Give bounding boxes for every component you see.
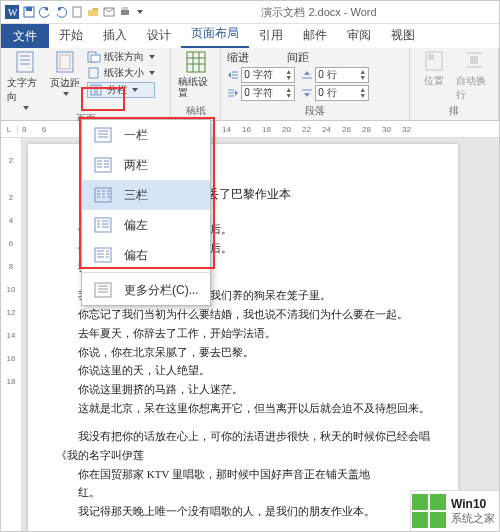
word-app-icon: W <box>5 5 19 19</box>
undo-icon[interactable] <box>39 6 51 18</box>
spinner-arrows-icon[interactable]: ▲▼ <box>285 87 292 99</box>
svg-rect-3 <box>26 7 32 11</box>
tab-design[interactable]: 设计 <box>137 23 181 48</box>
group-label-arrange: 排 <box>416 102 492 120</box>
ruler-tick: 30 <box>382 125 402 134</box>
columns-more[interactable]: 更多分栏(C)... <box>82 275 210 305</box>
quickprint-icon[interactable] <box>119 6 131 18</box>
indent-left-spinner[interactable]: 0 字符▲▼ <box>227 67 295 83</box>
email-icon[interactable] <box>103 6 115 18</box>
ruler-corner: L <box>1 125 18 134</box>
margins-icon <box>55 50 75 74</box>
save-icon[interactable] <box>23 6 35 18</box>
columns-two[interactable]: 两栏 <box>82 150 210 180</box>
chevron-down-icon <box>63 92 69 96</box>
ruler-tick: 28 <box>362 125 382 134</box>
chevron-down-icon <box>149 71 155 75</box>
doc-line: 你说，你在北京呆腻了，要去巴黎。 <box>56 343 430 362</box>
word-window: W 演示文档 2.docx - Word 文件 开始 插入 设计 页面布局 引用… <box>0 0 500 532</box>
spinner-arrows-icon[interactable]: ▲▼ <box>359 69 366 81</box>
windows-logo-icon <box>411 493 447 529</box>
space-after-spinner[interactable]: 0 行▲▼ <box>301 85 369 101</box>
columns-right-label: 偏右 <box>124 247 148 264</box>
chevron-down-icon <box>132 88 138 92</box>
spinner-arrows-icon[interactable]: ▲▼ <box>359 87 366 99</box>
svg-rect-8 <box>122 7 128 10</box>
title-bar: W 演示文档 2.docx - Word <box>1 1 499 24</box>
indent-right-spinner[interactable]: 0 字符▲▼ <box>227 85 295 101</box>
tab-layout[interactable]: 页面布局 <box>181 21 249 48</box>
group-page-setup: 文字方向 页边距 纸张方向 纸张大小 <box>1 48 171 120</box>
columns-left-label: 偏左 <box>124 217 148 234</box>
tab-insert[interactable]: 插入 <box>93 23 137 48</box>
svg-rect-4 <box>73 7 81 17</box>
ruler-tick: 10 <box>7 285 16 294</box>
doc-line: 去年夏天，你辞去了工作，开始学法语。 <box>56 324 430 343</box>
ribbon-tabs: 文件 开始 插入 设计 页面布局 引用 邮件 审阅 视图 <box>1 24 499 48</box>
tab-home[interactable]: 开始 <box>49 23 93 48</box>
orientation-label: 纸张方向 <box>104 50 144 64</box>
indent-left-value: 0 字符 <box>244 68 272 82</box>
papersize-icon <box>87 67 101 79</box>
ruler-tick: 2 <box>9 193 13 202</box>
tab-review[interactable]: 审阅 <box>337 23 381 48</box>
orientation-button[interactable]: 纸张方向 <box>87 50 155 64</box>
ruler-tick: 6 <box>9 239 13 248</box>
columns-left[interactable]: 偏左 <box>82 210 210 240</box>
columns-one-label: 一栏 <box>124 127 148 144</box>
ruler-vertical[interactable]: 224681012141618 <box>1 138 22 532</box>
gaozhi-button[interactable]: 稿纸设置 <box>178 50 214 98</box>
ruler-horizontal[interactable]: L 862468101214161820222426283032 <box>1 121 499 138</box>
ruler-tick: 32 <box>402 125 422 134</box>
columns-menu: 一栏 两栏 三栏 偏左 偏右 更多分栏(C)... <box>81 119 211 306</box>
svg-rect-14 <box>60 55 70 69</box>
indent-right-icon <box>227 88 239 98</box>
gaozhi-label: 稿纸设置 <box>178 76 214 98</box>
group-label-paragraph: 段落 <box>227 102 403 120</box>
tab-file[interactable]: 文件 <box>1 24 49 48</box>
tab-mail[interactable]: 邮件 <box>293 23 337 48</box>
group-label-gaozhi: 稿纸 <box>177 102 214 120</box>
doc-line: 你在国贸那家 KTV 里唱歌，那时候中国好声音正在铺天盖地 <box>56 465 430 484</box>
size-button[interactable]: 纸张大小 <box>87 66 155 80</box>
menu-separator <box>82 272 210 273</box>
margins-button[interactable]: 页边距 <box>47 50 83 96</box>
columns-three[interactable]: 三栏 <box>82 180 210 210</box>
tab-view[interactable]: 视图 <box>381 23 425 48</box>
redo-icon[interactable] <box>55 6 67 18</box>
svg-rect-66 <box>95 248 111 262</box>
position-button[interactable]: 位置 <box>416 50 452 88</box>
watermark-line2: 系统之家 <box>451 512 495 524</box>
text-direction-label: 文字方向 <box>7 76 43 104</box>
text-direction-icon <box>15 50 35 74</box>
space-before-value: 0 行 <box>318 68 336 82</box>
ruler-tick <box>62 125 82 134</box>
wrap-button[interactable]: 自动换行 <box>456 50 492 102</box>
svg-rect-18 <box>91 85 95 95</box>
ruler-tick: 12 <box>7 308 16 317</box>
indent-left-icon <box>227 70 239 80</box>
spinner-arrows-icon[interactable]: ▲▼ <box>285 69 292 81</box>
orientation-icon <box>87 51 101 63</box>
columns-more-label: 更多分栏(C)... <box>124 282 199 299</box>
space-before-spinner[interactable]: 0 行▲▼ <box>301 67 369 83</box>
indent-right-value: 0 字符 <box>244 86 272 100</box>
ruler-tick: 14 <box>7 331 16 340</box>
size-label: 纸张大小 <box>104 66 144 80</box>
open-icon[interactable] <box>87 6 99 18</box>
ruler-tick: 8 <box>22 125 42 134</box>
tab-references[interactable]: 引用 <box>249 23 293 48</box>
columns-one[interactable]: 一栏 <box>82 120 210 150</box>
margins-label: 页边距 <box>50 76 80 90</box>
new-icon[interactable] <box>71 6 83 18</box>
blank-line <box>56 417 430 427</box>
columns-right[interactable]: 偏右 <box>82 240 210 270</box>
doc-line: 我记得那天晚上唯一个没有唱歌的人，是我们的朋友作业本。 <box>56 502 430 521</box>
ruler-tick: 20 <box>282 125 302 134</box>
columns-three-icon <box>92 186 114 204</box>
ruler-tick: 18 <box>262 125 282 134</box>
text-direction-button[interactable]: 文字方向 <box>7 50 43 110</box>
group-arrange: 位置 自动换行 排 <box>410 48 499 120</box>
columns-button[interactable]: 分栏 <box>87 82 155 98</box>
ruler-tick: 6 <box>42 125 62 134</box>
